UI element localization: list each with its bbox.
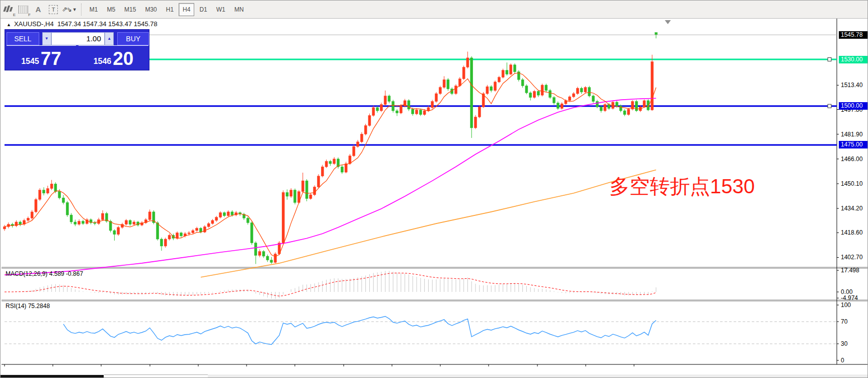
svg-text:1418.60: 1418.60 [841, 229, 863, 236]
buy-price-small: 1546 [94, 55, 112, 68]
sell-price-big: 77 [41, 49, 61, 68]
buy-button[interactable]: BUY [117, 32, 149, 45]
timeframe-button-h4[interactable]: H4 [179, 3, 194, 16]
svg-text:-4.974: -4.974 [841, 294, 858, 301]
bottom-tab-dark[interactable] [1, 375, 104, 378]
timeframe-button-m1[interactable]: M1 [86, 3, 102, 16]
chart-header: ▲XAUUSD-,H4 1547.34 1547.34 1543.47 1545… [7, 20, 157, 28]
svg-text:1434.20: 1434.20 [841, 205, 863, 212]
timeframe-button-m15[interactable]: M15 [120, 3, 140, 16]
svg-text:100: 100 [841, 301, 851, 309]
timeframe-button-w1[interactable]: W1 [212, 3, 229, 16]
sell-button[interactable]: SELL [7, 32, 39, 45]
buy-price-big: 20 [113, 49, 133, 68]
rsi-line [63, 317, 656, 345]
rsi-label: RSI(14) 75.2848 [6, 303, 50, 310]
icon-e-label: E [13, 13, 16, 17]
chart-shift-marker[interactable] [665, 20, 671, 24]
hline-handle-1500.00[interactable] [828, 104, 831, 108]
horizontal-level-lines[interactable] [5, 58, 837, 145]
icon-t-label: T [49, 5, 58, 14]
volume-up-button[interactable]: ▲ [105, 32, 114, 45]
sell-price-small: 1545 [21, 55, 39, 68]
svg-text:1513.40: 1513.40 [841, 82, 863, 89]
arrows-tool-icon[interactable]: ⇗⇘ ▼ [62, 3, 77, 16]
svg-text:0: 0 [841, 357, 844, 364]
svg-text:30: 30 [841, 340, 848, 347]
toolbar-separator [81, 4, 82, 16]
hline-price-label-1475.00[interactable]: 1475.00 [839, 141, 868, 148]
timeframe-button-d1[interactable]: D1 [195, 3, 211, 16]
timeframe-button-m5[interactable]: M5 [103, 3, 119, 16]
icon-f-label: F [28, 13, 31, 17]
ma-mid-line [5, 98, 656, 275]
svg-text:1402.70: 1402.70 [841, 254, 863, 261]
text-a-icon[interactable]: A [32, 3, 45, 16]
arrows-glyph: ⇗⇘ [62, 6, 71, 13]
timeframe-button-mn[interactable]: MN [230, 3, 248, 16]
bottom-tab-strip [1, 374, 868, 378]
volume-down-button[interactable]: ▼ [42, 32, 52, 45]
grid-glyph [18, 6, 28, 14]
svg-text:1481.90: 1481.90 [841, 131, 863, 138]
bottom-tab-light[interactable] [104, 374, 208, 378]
hline-price-label-1530.00[interactable]: 1530.00 [839, 56, 868, 63]
chart-annotation-text[interactable]: 多空转折点1530 [609, 173, 755, 200]
indicator-panels [5, 271, 837, 344]
current-price-label[interactable]: 1545.78 [839, 31, 868, 39]
chart-window: ▲XAUUSD-,H4 1547.34 1547.34 1543.47 1545… [2, 19, 867, 374]
hline-price-label-1500.00[interactable]: 1500.00 [839, 102, 868, 110]
macd-label: MACD(12,26,9) 4.589 -0.867 [6, 270, 83, 277]
one-click-trade-panel: SELL ▼ 1.00 ▲ BUY 1545 77 1546 20 [5, 29, 149, 70]
indicators-e-icon[interactable]: E [2, 3, 15, 16]
mt4-window: E F A T ⇗⇘ ▼ M1M5M15M30H1H4D1W1MN ▲XAUUS… [0, 0, 868, 378]
sell-price[interactable]: 1545 77 [7, 46, 76, 70]
hline-handle-1530.00[interactable] [828, 58, 831, 61]
collapse-arrow-icon[interactable]: ▲ [7, 22, 11, 27]
symbol-label: XAUUSD-,H4 [14, 20, 54, 28]
candles-glyph [3, 5, 13, 14]
grid-f-icon[interactable]: F [17, 3, 30, 16]
svg-text:17.498: 17.498 [841, 267, 859, 274]
buy-price[interactable]: 1546 20 [78, 46, 148, 70]
buy-underline [78, 45, 148, 46]
sell-underline [7, 45, 76, 46]
timeframe-bar: M1M5M15M30H1H4D1W1MN [85, 3, 249, 16]
svg-text:1466.00: 1466.00 [841, 156, 863, 163]
timeframe-button-h1[interactable]: H1 [162, 3, 178, 16]
svg-text:70: 70 [841, 318, 848, 325]
volume-input[interactable]: 1.00 [51, 32, 105, 45]
dropdown-caret-icon: ▼ [72, 7, 77, 12]
svg-text:1450.10: 1450.10 [841, 180, 863, 187]
timeframe-button-m30[interactable]: M30 [141, 3, 161, 16]
toolbar: E F A T ⇗⇘ ▼ M1M5M15M30H1H4D1W1MN [1, 1, 868, 19]
icon-a-label: A [36, 5, 41, 14]
ohlc-values: 1547.34 1547.34 1543.47 1545.78 [57, 20, 157, 28]
textbox-t-icon[interactable]: T [47, 3, 60, 16]
ma-slow-line [201, 170, 656, 277]
